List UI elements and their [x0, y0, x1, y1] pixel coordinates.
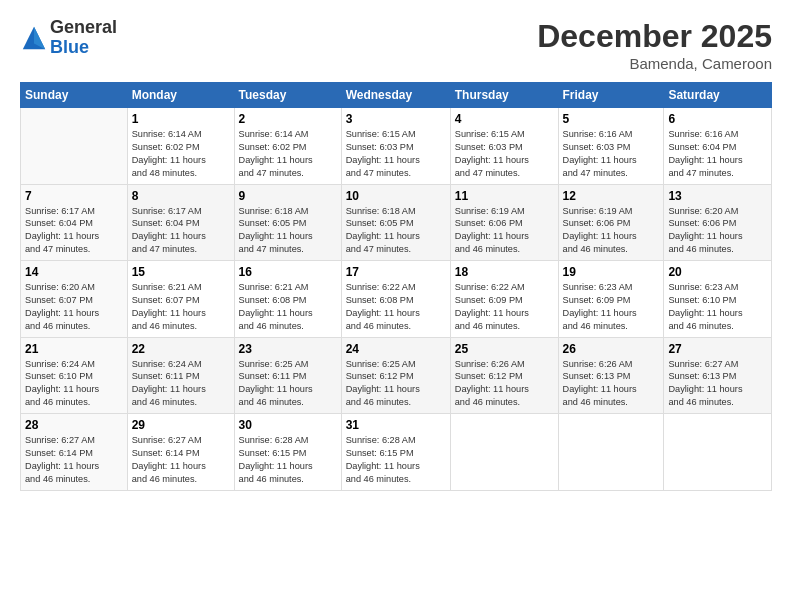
calendar-cell: [21, 108, 128, 185]
day-info: Sunrise: 6:19 AM Sunset: 6:06 PM Dayligh…: [563, 205, 660, 257]
calendar-cell: 18Sunrise: 6:22 AM Sunset: 6:09 PM Dayli…: [450, 261, 558, 338]
day-number: 17: [346, 265, 446, 279]
day-info: Sunrise: 6:26 AM Sunset: 6:13 PM Dayligh…: [563, 358, 660, 410]
col-header-saturday: Saturday: [664, 83, 772, 108]
day-info: Sunrise: 6:23 AM Sunset: 6:09 PM Dayligh…: [563, 281, 660, 333]
day-number: 10: [346, 189, 446, 203]
day-number: 21: [25, 342, 123, 356]
calendar-cell: 14Sunrise: 6:20 AM Sunset: 6:07 PM Dayli…: [21, 261, 128, 338]
day-number: 5: [563, 112, 660, 126]
day-number: 6: [668, 112, 767, 126]
calendar-cell: 9Sunrise: 6:18 AM Sunset: 6:05 PM Daylig…: [234, 184, 341, 261]
day-number: 31: [346, 418, 446, 432]
calendar-cell: 11Sunrise: 6:19 AM Sunset: 6:06 PM Dayli…: [450, 184, 558, 261]
col-header-tuesday: Tuesday: [234, 83, 341, 108]
calendar-cell: 26Sunrise: 6:26 AM Sunset: 6:13 PM Dayli…: [558, 337, 664, 414]
day-info: Sunrise: 6:17 AM Sunset: 6:04 PM Dayligh…: [132, 205, 230, 257]
calendar-cell: 25Sunrise: 6:26 AM Sunset: 6:12 PM Dayli…: [450, 337, 558, 414]
calendar-cell: 8Sunrise: 6:17 AM Sunset: 6:04 PM Daylig…: [127, 184, 234, 261]
day-info: Sunrise: 6:25 AM Sunset: 6:12 PM Dayligh…: [346, 358, 446, 410]
calendar-cell: 23Sunrise: 6:25 AM Sunset: 6:11 PM Dayli…: [234, 337, 341, 414]
day-info: Sunrise: 6:27 AM Sunset: 6:14 PM Dayligh…: [25, 434, 123, 486]
day-info: Sunrise: 6:23 AM Sunset: 6:10 PM Dayligh…: [668, 281, 767, 333]
week-row-5: 28Sunrise: 6:27 AM Sunset: 6:14 PM Dayli…: [21, 414, 772, 491]
day-number: 22: [132, 342, 230, 356]
day-info: Sunrise: 6:28 AM Sunset: 6:15 PM Dayligh…: [239, 434, 337, 486]
day-info: Sunrise: 6:16 AM Sunset: 6:03 PM Dayligh…: [563, 128, 660, 180]
logo: General Blue: [20, 18, 117, 58]
day-number: 3: [346, 112, 446, 126]
day-info: Sunrise: 6:24 AM Sunset: 6:10 PM Dayligh…: [25, 358, 123, 410]
title-block: December 2025 Bamenda, Cameroon: [537, 18, 772, 72]
calendar-cell: 22Sunrise: 6:24 AM Sunset: 6:11 PM Dayli…: [127, 337, 234, 414]
col-header-wednesday: Wednesday: [341, 83, 450, 108]
calendar-cell: 4Sunrise: 6:15 AM Sunset: 6:03 PM Daylig…: [450, 108, 558, 185]
calendar-cell: 21Sunrise: 6:24 AM Sunset: 6:10 PM Dayli…: [21, 337, 128, 414]
calendar-cell: [558, 414, 664, 491]
day-number: 19: [563, 265, 660, 279]
day-number: 25: [455, 342, 554, 356]
calendar-cell: [450, 414, 558, 491]
calendar-cell: 28Sunrise: 6:27 AM Sunset: 6:14 PM Dayli…: [21, 414, 128, 491]
week-row-4: 21Sunrise: 6:24 AM Sunset: 6:10 PM Dayli…: [21, 337, 772, 414]
calendar-cell: 30Sunrise: 6:28 AM Sunset: 6:15 PM Dayli…: [234, 414, 341, 491]
location: Bamenda, Cameroon: [537, 55, 772, 72]
day-info: Sunrise: 6:27 AM Sunset: 6:13 PM Dayligh…: [668, 358, 767, 410]
calendar-table: SundayMondayTuesdayWednesdayThursdayFrid…: [20, 82, 772, 491]
day-number: 15: [132, 265, 230, 279]
col-header-monday: Monday: [127, 83, 234, 108]
calendar-cell: 2Sunrise: 6:14 AM Sunset: 6:02 PM Daylig…: [234, 108, 341, 185]
day-info: Sunrise: 6:21 AM Sunset: 6:08 PM Dayligh…: [239, 281, 337, 333]
calendar-cell: [664, 414, 772, 491]
day-number: 13: [668, 189, 767, 203]
day-info: Sunrise: 6:25 AM Sunset: 6:11 PM Dayligh…: [239, 358, 337, 410]
day-info: Sunrise: 6:20 AM Sunset: 6:07 PM Dayligh…: [25, 281, 123, 333]
day-info: Sunrise: 6:20 AM Sunset: 6:06 PM Dayligh…: [668, 205, 767, 257]
day-number: 16: [239, 265, 337, 279]
calendar-cell: 12Sunrise: 6:19 AM Sunset: 6:06 PM Dayli…: [558, 184, 664, 261]
calendar-cell: 27Sunrise: 6:27 AM Sunset: 6:13 PM Dayli…: [664, 337, 772, 414]
day-info: Sunrise: 6:16 AM Sunset: 6:04 PM Dayligh…: [668, 128, 767, 180]
day-info: Sunrise: 6:24 AM Sunset: 6:11 PM Dayligh…: [132, 358, 230, 410]
calendar-cell: 13Sunrise: 6:20 AM Sunset: 6:06 PM Dayli…: [664, 184, 772, 261]
day-info: Sunrise: 6:19 AM Sunset: 6:06 PM Dayligh…: [455, 205, 554, 257]
day-number: 11: [455, 189, 554, 203]
day-number: 29: [132, 418, 230, 432]
logo-text: General Blue: [50, 18, 117, 58]
day-number: 8: [132, 189, 230, 203]
day-info: Sunrise: 6:27 AM Sunset: 6:14 PM Dayligh…: [132, 434, 230, 486]
day-number: 9: [239, 189, 337, 203]
day-info: Sunrise: 6:22 AM Sunset: 6:08 PM Dayligh…: [346, 281, 446, 333]
page: General Blue December 2025 Bamenda, Came…: [0, 0, 792, 612]
week-row-3: 14Sunrise: 6:20 AM Sunset: 6:07 PM Dayli…: [21, 261, 772, 338]
calendar-cell: 7Sunrise: 6:17 AM Sunset: 6:04 PM Daylig…: [21, 184, 128, 261]
col-header-friday: Friday: [558, 83, 664, 108]
calendar-cell: 19Sunrise: 6:23 AM Sunset: 6:09 PM Dayli…: [558, 261, 664, 338]
header-row: SundayMondayTuesdayWednesdayThursdayFrid…: [21, 83, 772, 108]
day-number: 20: [668, 265, 767, 279]
week-row-2: 7Sunrise: 6:17 AM Sunset: 6:04 PM Daylig…: [21, 184, 772, 261]
week-row-1: 1Sunrise: 6:14 AM Sunset: 6:02 PM Daylig…: [21, 108, 772, 185]
day-number: 12: [563, 189, 660, 203]
day-number: 14: [25, 265, 123, 279]
calendar-cell: 1Sunrise: 6:14 AM Sunset: 6:02 PM Daylig…: [127, 108, 234, 185]
day-info: Sunrise: 6:26 AM Sunset: 6:12 PM Dayligh…: [455, 358, 554, 410]
col-header-thursday: Thursday: [450, 83, 558, 108]
day-number: 18: [455, 265, 554, 279]
header: General Blue December 2025 Bamenda, Came…: [20, 18, 772, 72]
calendar-cell: 16Sunrise: 6:21 AM Sunset: 6:08 PM Dayli…: [234, 261, 341, 338]
calendar-cell: 17Sunrise: 6:22 AM Sunset: 6:08 PM Dayli…: [341, 261, 450, 338]
day-info: Sunrise: 6:15 AM Sunset: 6:03 PM Dayligh…: [455, 128, 554, 180]
day-number: 27: [668, 342, 767, 356]
calendar-cell: 15Sunrise: 6:21 AM Sunset: 6:07 PM Dayli…: [127, 261, 234, 338]
day-info: Sunrise: 6:18 AM Sunset: 6:05 PM Dayligh…: [346, 205, 446, 257]
col-header-sunday: Sunday: [21, 83, 128, 108]
day-number: 24: [346, 342, 446, 356]
day-number: 28: [25, 418, 123, 432]
calendar-cell: 29Sunrise: 6:27 AM Sunset: 6:14 PM Dayli…: [127, 414, 234, 491]
day-number: 1: [132, 112, 230, 126]
day-info: Sunrise: 6:28 AM Sunset: 6:15 PM Dayligh…: [346, 434, 446, 486]
calendar-cell: 24Sunrise: 6:25 AM Sunset: 6:12 PM Dayli…: [341, 337, 450, 414]
logo-icon: [20, 24, 48, 52]
day-number: 30: [239, 418, 337, 432]
